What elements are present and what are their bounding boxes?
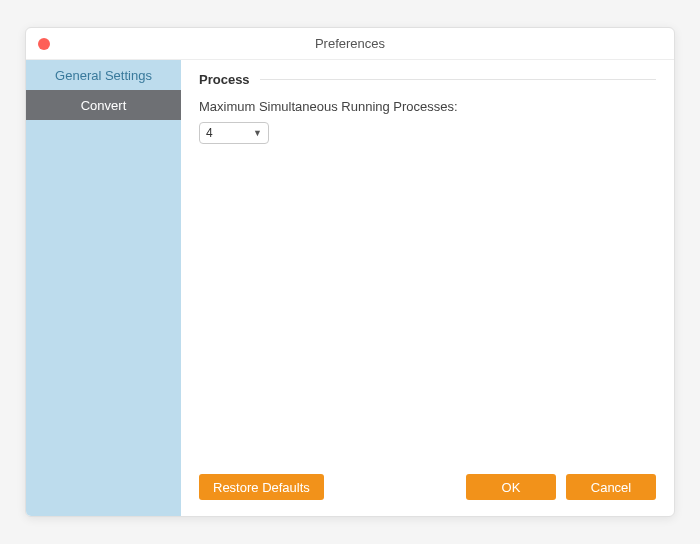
cancel-button[interactable]: Cancel [566,474,656,500]
button-row: Restore Defaults OK Cancel [199,474,656,500]
section-title: Process [199,72,250,87]
window-title: Preferences [26,36,674,51]
button-label: OK [502,480,521,495]
section-divider [260,79,656,80]
chevron-down-icon: ▼ [253,128,262,138]
section-header: Process [199,72,656,87]
restore-defaults-button[interactable]: Restore Defaults [199,474,324,500]
ok-button[interactable]: OK [466,474,556,500]
sidebar-item-label: General Settings [55,68,152,83]
close-icon[interactable] [38,38,50,50]
sidebar: General Settings Convert [26,60,181,516]
button-label: Cancel [591,480,631,495]
window-body: General Settings Convert Process Maximum… [26,60,674,516]
select-value: 4 [206,126,253,140]
max-processes-label: Maximum Simultaneous Running Processes: [199,99,656,114]
sidebar-item-general-settings[interactable]: General Settings [26,60,181,90]
sidebar-item-convert[interactable]: Convert [26,90,181,120]
sidebar-item-label: Convert [81,98,127,113]
main-panel: Process Maximum Simultaneous Running Pro… [181,60,674,516]
button-label: Restore Defaults [213,480,310,495]
preferences-window: Preferences General Settings Convert Pro… [25,27,675,517]
max-processes-select[interactable]: 4 ▼ [199,122,269,144]
titlebar: Preferences [26,28,674,60]
